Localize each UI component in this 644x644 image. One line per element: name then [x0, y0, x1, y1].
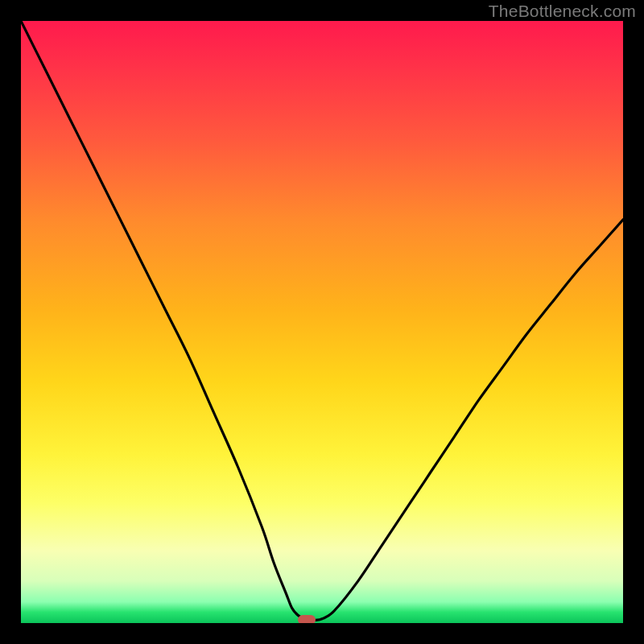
- chart-frame: TheBottleneck.com: [0, 0, 644, 644]
- plot-area: [21, 21, 623, 623]
- bottleneck-curve: [21, 21, 623, 623]
- minimum-marker: [298, 615, 316, 623]
- watermark-text: TheBottleneck.com: [489, 2, 636, 21]
